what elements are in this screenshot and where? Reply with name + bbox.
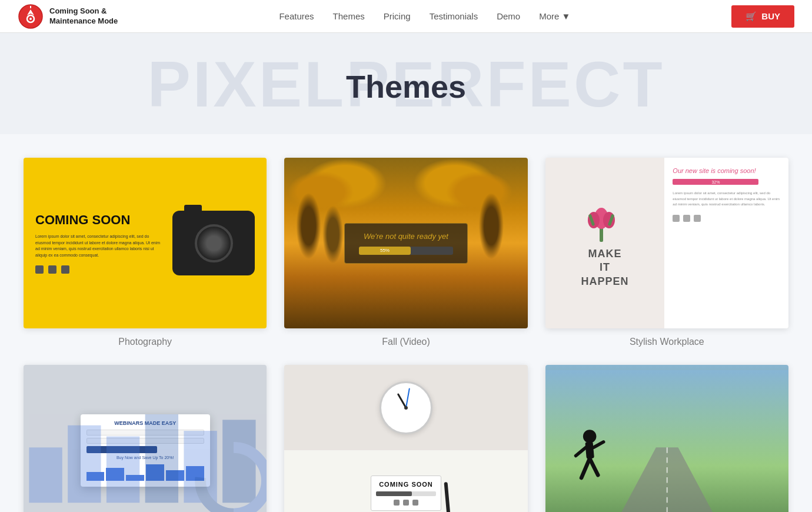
tulip-svg: [581, 198, 622, 245]
theme-card-runner: COMING SOON Your website is almost ready…: [545, 365, 788, 512]
nav-pricing[interactable]: Pricing: [384, 11, 411, 21]
header: Coming Soon & Maintenance Mode Features …: [0, 0, 812, 33]
logo-text: Coming Soon & Maintenance Mode: [49, 6, 118, 26]
svg-rect-11: [68, 425, 101, 503]
buy-button[interactable]: 🛒 BUY: [731, 5, 794, 28]
svg-point-2: [29, 18, 32, 20]
make-it-happen-text: MAKEITHAPPEN: [581, 247, 628, 288]
svg-point-7: [603, 212, 615, 228]
nb-google-icon: [412, 500, 418, 506]
workplace-right-panel: Our new site is coming soon! 32% Lorem i…: [664, 158, 788, 328]
photography-text-side: COMING SOON Lorem ipsum dolor sit amet, …: [35, 212, 161, 274]
pen-shape: [444, 481, 452, 512]
theme-thumb-photography[interactable]: COMING SOON Lorem ipsum dolor sit amet, …: [24, 158, 267, 328]
main-nav: Features Themes Pricing Testimonials Dem…: [279, 11, 570, 21]
fall-progress-fill: 55%: [359, 247, 411, 255]
svg-rect-10: [29, 447, 62, 503]
theme-card-photography: COMING SOON Lorem ipsum dolor sit amet, …: [24, 158, 267, 347]
nb-twitter-icon: [403, 500, 409, 506]
notebook-progress-bg: [376, 491, 436, 496]
theme-title-fall: Fall (Video): [382, 337, 430, 347]
nav-demo[interactable]: Demo: [497, 11, 520, 21]
google-icon: [61, 265, 69, 274]
workplace-heading: Our new site is coming soon!: [673, 167, 780, 174]
theme-title-photography: Photography: [118, 337, 172, 347]
clock-bottom-panel: COMING SOON: [284, 450, 527, 512]
workplace-social: [673, 215, 780, 222]
fall-not-ready-text: We're not quite ready yet: [359, 232, 453, 241]
nb-facebook-icon: [394, 500, 400, 506]
photography-cs-desc: Lorem ipsum dolor sit amet, consectetur …: [35, 234, 161, 258]
chevron-down-icon: ▼: [561, 11, 570, 21]
theme-thumb-fall[interactable]: We're not quite ready yet 55%: [284, 158, 527, 328]
svg-rect-13: [145, 414, 178, 503]
notebook-social: [376, 500, 436, 506]
nav-features[interactable]: Features: [279, 11, 314, 21]
theme-card-workplace: MAKEITHAPPEN Our new site is coming soon…: [545, 158, 788, 347]
camera-top: [184, 205, 202, 212]
theme-title-workplace: Stylish Workplace: [630, 337, 704, 347]
hero-section: PIXELPERFECT Themes: [0, 33, 812, 134]
nav-themes[interactable]: Themes: [333, 11, 365, 21]
fall-overlay: We're not quite ready yet 55%: [344, 223, 468, 264]
camera-lens: [195, 224, 233, 262]
notebook-shape: COMING SOON: [371, 476, 441, 511]
facebook-icon: [35, 265, 44, 274]
twitter-icon: [48, 265, 56, 274]
themes-section: COMING SOON Lorem ipsum dolor sit amet, …: [12, 134, 800, 512]
wp-twitter-icon: [683, 215, 690, 222]
nav-testimonials[interactable]: Testimonials: [430, 11, 478, 21]
theme-card-fall: We're not quite ready yet 55% Fall (Vide…: [284, 158, 527, 347]
theme-thumb-workplace[interactable]: MAKEITHAPPEN Our new site is coming soon…: [545, 158, 788, 328]
logo[interactable]: Coming Soon & Maintenance Mode: [18, 4, 118, 29]
theme-thumb-clock[interactable]: COMING SOON: [284, 365, 527, 512]
theme-thumb-webinar[interactable]: WEBINARS MADE EASY Buy Now and Save Up T…: [24, 365, 267, 512]
svg-point-6: [588, 212, 600, 228]
wp-google-icon: [694, 215, 701, 222]
theme-thumb-runner[interactable]: COMING SOON Your website is almost ready…: [545, 365, 788, 512]
photography-social: [35, 265, 161, 274]
svg-rect-22: [585, 441, 594, 458]
workplace-left-panel: MAKEITHAPPEN: [545, 158, 665, 328]
logo-icon: [18, 4, 44, 29]
camera-image: [161, 211, 255, 275]
page-title: Themes: [12, 68, 800, 105]
clock-minute-hand: [405, 388, 410, 408]
notebook-cs-title: COMING SOON: [376, 481, 436, 488]
workplace-desc: Lorem ipsum dolor sit amet, consectetur …: [673, 191, 780, 208]
nav-more[interactable]: More ▼: [539, 11, 570, 21]
svg-rect-15: [222, 420, 255, 503]
workplace-progress-label: 32%: [711, 180, 720, 184]
svg-point-21: [583, 430, 597, 443]
theme-card-clock: COMING SOON Clock/Notebook: [284, 365, 527, 512]
cart-icon: 🛒: [746, 11, 757, 22]
wp-facebook-icon: [673, 215, 680, 222]
clock-center-dot: [404, 406, 408, 410]
notebook-progress-fill: [376, 491, 412, 496]
runner-bg-svg: [545, 365, 788, 512]
theme-card-webinar: WEBINARS MADE EASY Buy Now and Save Up T…: [24, 365, 267, 512]
fall-progress-bg: 55%: [359, 247, 453, 255]
clock-top-panel: [284, 365, 527, 450]
camera-shape: [172, 211, 255, 275]
themes-grid: COMING SOON Lorem ipsum dolor sit amet, …: [24, 158, 788, 512]
webinar-bg-chart: [24, 365, 267, 512]
photography-cs-title: COMING SOON: [35, 212, 161, 228]
clock-face: [380, 381, 432, 434]
svg-rect-12: [107, 437, 139, 503]
workplace-progress-bg: 32%: [673, 179, 758, 185]
